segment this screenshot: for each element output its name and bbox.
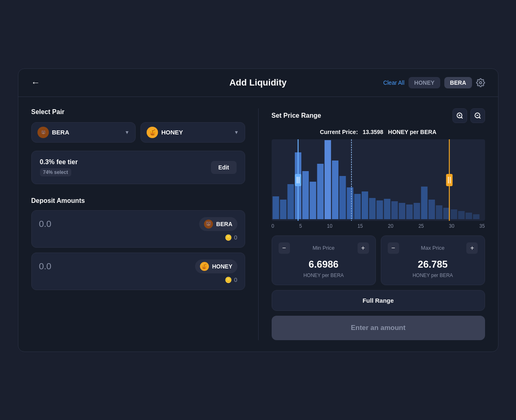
header: ← Add Liquidity Clear All HONEY BERA: [18, 69, 498, 97]
bera-token-left: 🐻 BERA: [37, 127, 70, 138]
max-price-minus-button[interactable]: −: [388, 242, 399, 254]
zoom-in-icon: [456, 112, 463, 119]
svg-rect-23: [361, 191, 368, 219]
svg-rect-28: [399, 203, 405, 219]
svg-rect-40: [294, 174, 301, 186]
svg-rect-22: [354, 194, 360, 219]
honey-deposit-row: 🍯 HONEY: [39, 259, 237, 273]
svg-rect-17: [317, 164, 323, 219]
honey-deposit-token: 🍯 HONEY: [195, 259, 237, 273]
bera-token-select[interactable]: 🐻 BERA ▼: [31, 122, 136, 143]
svg-rect-13: [287, 184, 294, 219]
x-label-20: 20: [388, 223, 393, 229]
zoom-buttons: [452, 108, 485, 123]
bera-deposit-token-name: BERA: [216, 221, 233, 227]
deposit-label: Deposit Amounts: [31, 197, 245, 205]
svg-rect-45: [446, 174, 452, 186]
gear-icon: [476, 78, 485, 87]
liquidity-chart: [272, 139, 485, 221]
honey-tab[interactable]: HONEY: [408, 77, 440, 88]
price-controls: − Min Price + 6.6986 HONEY per BERA − Ma…: [272, 235, 485, 285]
svg-rect-34: [443, 208, 450, 219]
current-price-unit: HONEY per BERA: [388, 129, 437, 135]
svg-rect-27: [391, 201, 397, 219]
price-range-header: Set Price Range: [272, 108, 485, 123]
svg-rect-19: [332, 161, 338, 219]
svg-text:🐻: 🐻: [41, 130, 46, 135]
honey-deposit-token-name: HONEY: [212, 263, 233, 270]
bera-balance: 0: [234, 234, 237, 241]
bera-amount-input[interactable]: [39, 219, 158, 229]
price-range-label: Set Price Range: [272, 112, 321, 119]
svg-rect-20: [339, 176, 346, 219]
svg-rect-37: [465, 213, 472, 219]
bera-deposit-row: 🐻 BERA: [39, 217, 237, 231]
chart-container: [272, 139, 485, 221]
fee-info: 0.3% fee tier 74% select: [40, 158, 78, 176]
bera-balance-row: 🪙 0: [39, 234, 237, 241]
bera-wallet-icon: 🪙: [225, 234, 232, 241]
min-price-minus-button[interactable]: −: [279, 242, 290, 254]
svg-rect-30: [413, 203, 420, 219]
current-price-display: Current Price: 13.3598 HONEY per BERA: [272, 129, 485, 135]
bera-token-name: BERA: [52, 129, 70, 136]
svg-line-4: [461, 117, 462, 118]
svg-rect-29: [406, 205, 413, 219]
svg-rect-11: [272, 196, 279, 219]
max-price-header: − Max Price +: [388, 242, 478, 254]
pair-selectors: 🐻 BERA ▼ 🍯 HONEY: [31, 122, 245, 143]
svg-rect-33: [436, 205, 442, 219]
bera-tab[interactable]: BERA: [444, 77, 472, 88]
fee-badge: 74% select: [40, 168, 71, 176]
select-pair-label: Select Pair: [31, 108, 245, 116]
min-price-box: − Min Price + 6.6986 HONEY per BERA: [272, 235, 376, 285]
x-label-5: 5: [299, 223, 302, 229]
honey-deposit-box: 🍯 HONEY 🪙 0: [31, 253, 245, 290]
svg-rect-21: [347, 187, 353, 219]
enter-amount-button[interactable]: Enter an amount: [272, 316, 485, 340]
honey-amount-input[interactable]: [39, 261, 158, 272]
min-price-plus-button[interactable]: +: [358, 242, 369, 254]
clear-all-button[interactable]: Clear All: [383, 79, 404, 86]
svg-rect-31: [421, 187, 427, 219]
svg-rect-15: [302, 171, 309, 219]
back-button[interactable]: ←: [31, 77, 40, 88]
honey-token-select[interactable]: 🍯 HONEY ▼: [141, 122, 245, 143]
main-content: Select Pair 🐻 BERA ▼: [18, 97, 498, 352]
max-price-unit: HONEY per BERA: [388, 273, 478, 278]
honey-wallet-icon: 🪙: [225, 277, 232, 283]
current-price-label: Current Price:: [320, 129, 358, 135]
honey-deposit-icon: 🍯: [200, 262, 209, 271]
svg-rect-38: [473, 214, 479, 219]
honey-icon: 🍯: [147, 127, 158, 138]
fee-tier-box: 0.3% fee tier 74% select Edit: [31, 151, 245, 184]
fee-tier-label: 0.3% fee tier: [40, 158, 78, 166]
x-label-10: 10: [327, 223, 332, 229]
bera-deposit-icon: 🐻: [204, 220, 213, 229]
full-range-button[interactable]: Full Range: [272, 290, 485, 311]
page-title: Add Liquidity: [229, 77, 287, 88]
settings-button[interactable]: [476, 78, 485, 87]
x-label-30: 30: [449, 223, 454, 229]
edit-fee-button[interactable]: Edit: [211, 161, 236, 174]
svg-rect-12: [280, 200, 286, 219]
zoom-in-button[interactable]: [452, 108, 467, 123]
bera-icon: 🐻: [37, 127, 49, 138]
zoom-out-icon: [474, 112, 481, 119]
svg-rect-35: [450, 209, 457, 219]
min-price-label: Min Price: [312, 245, 334, 251]
header-right: Clear All HONEY BERA: [383, 77, 485, 88]
bera-deposit-token: 🐻 BERA: [199, 217, 237, 231]
svg-rect-18: [324, 140, 331, 219]
min-price-unit: HONEY per BERA: [279, 273, 369, 278]
max-price-plus-button[interactable]: +: [466, 242, 478, 254]
svg-rect-26: [384, 199, 390, 219]
svg-line-8: [479, 117, 480, 118]
svg-rect-16: [310, 182, 316, 219]
chart-x-labels: 0 5 10 15 20 25 30 35: [272, 223, 485, 235]
x-label-35: 35: [479, 223, 485, 229]
svg-point-0: [479, 81, 482, 84]
zoom-out-button[interactable]: [470, 108, 485, 123]
select-pair-section: Select Pair 🐻 BERA ▼: [31, 108, 245, 143]
honey-balance-row: 🪙 0: [39, 277, 237, 283]
